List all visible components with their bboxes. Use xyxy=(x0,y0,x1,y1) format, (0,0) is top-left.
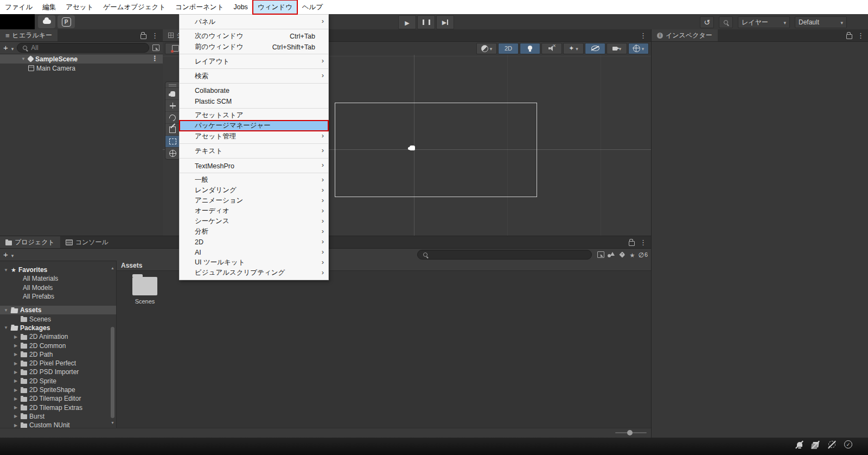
hierarchy-row[interactable]: Main Camera xyxy=(0,64,163,73)
scrollbar-thumb[interactable] xyxy=(111,327,114,418)
menu-item[interactable]: パネル xyxy=(180,16,328,29)
menu-item[interactable]: 分析 xyxy=(180,226,328,237)
expand-arrow-icon[interactable] xyxy=(3,308,9,313)
scene-lighting-button[interactable] xyxy=(520,43,540,54)
expand-arrow-icon[interactable] xyxy=(13,361,18,366)
menu-bar-item[interactable]: ファイル xyxy=(0,0,37,14)
undo-history-button[interactable] xyxy=(700,16,714,28)
expand-arrow-icon[interactable] xyxy=(13,414,18,419)
tree-row[interactable]: All Prefabs xyxy=(0,292,116,301)
chevron-down-icon[interactable] xyxy=(11,43,14,53)
menu-bar-item[interactable]: ウィンドウ xyxy=(253,0,297,14)
project-search-input[interactable] xyxy=(417,250,592,260)
expand-arrow-icon[interactable] xyxy=(13,405,18,410)
expand-arrow-icon[interactable] xyxy=(13,352,18,357)
chevron-down-icon[interactable] xyxy=(11,250,14,260)
check-circle-icon[interactable] xyxy=(844,440,853,449)
menu-item[interactable]: UI ツールキット xyxy=(180,257,328,268)
hand-tool-button[interactable] xyxy=(165,87,180,99)
scale-tool-button[interactable] xyxy=(165,123,180,135)
lock-icon[interactable] xyxy=(846,34,852,39)
menu-bar-item[interactable]: コンポーネント xyxy=(170,0,228,14)
asset-tile[interactable]: Scenes xyxy=(128,277,162,305)
expand-arrow-icon[interactable] xyxy=(13,423,18,428)
effects-button[interactable] xyxy=(563,43,584,54)
expand-arrow-icon[interactable] xyxy=(13,388,18,393)
layers-slash-icon[interactable] xyxy=(811,440,820,449)
tree-row[interactable]: Packages xyxy=(0,324,116,332)
search-by-label-icon[interactable] xyxy=(619,251,625,257)
transform-tool-button[interactable] xyxy=(165,147,180,159)
tree-row[interactable]: 2D Pixel Perfect xyxy=(0,359,116,368)
camera-settings-button[interactable] xyxy=(607,43,627,54)
menu-item[interactable]: アセット管理 xyxy=(180,131,328,144)
hidden-objects-button[interactable] xyxy=(585,43,605,54)
tree-row[interactable]: 2D PSD Importer xyxy=(0,368,116,376)
menu-item[interactable]: パッケージマネージャー xyxy=(180,121,328,131)
kebab-menu-icon[interactable] xyxy=(640,30,647,40)
tree-row[interactable]: All Models xyxy=(0,283,116,292)
tree-row[interactable]: Scenes xyxy=(0,314,116,323)
expand-arrow-icon[interactable] xyxy=(13,334,18,339)
scene-audio-button[interactable] xyxy=(541,43,562,54)
menu-bar-item[interactable]: ゲームオブジェクト xyxy=(98,0,170,14)
expand-arrow-icon[interactable] xyxy=(3,325,9,330)
project-files-area[interactable]: Assets Scenes xyxy=(117,261,651,428)
tree-row[interactable]: Custom NUnit xyxy=(0,421,116,428)
menu-item[interactable]: 検索 xyxy=(180,71,328,84)
menu-item[interactable]: 前のウィンドウ Ctrl+Shift+Tab xyxy=(180,41,328,54)
search-button[interactable] xyxy=(719,16,733,28)
rect-tool-button[interactable] xyxy=(165,135,180,147)
layout-dropdown[interactable]: Default xyxy=(795,16,847,28)
lock-icon[interactable] xyxy=(141,34,146,39)
menu-item[interactable]: 次のウィンドウ Ctrl+Tab xyxy=(180,31,328,41)
menu-item[interactable]: Collaborate xyxy=(180,85,328,96)
menu-item[interactable]: アセットストア xyxy=(180,110,328,121)
kebab-menu-icon[interactable] xyxy=(151,55,158,62)
tree-scrollbar[interactable] xyxy=(110,266,115,425)
menu-item[interactable]: オーディオ xyxy=(180,206,328,216)
2d-mode-button[interactable]: 2D xyxy=(498,43,519,54)
menu-item[interactable]: レイアウト xyxy=(180,56,328,69)
expand-arrow-icon[interactable] xyxy=(3,268,9,273)
rotate-tool-button[interactable] xyxy=(165,111,180,123)
tree-row[interactable]: Favorites xyxy=(0,266,116,274)
menu-item[interactable]: レンダリング xyxy=(180,185,328,195)
slider-knob[interactable] xyxy=(627,430,633,435)
create-button[interactable] xyxy=(3,43,8,53)
tree-row[interactable]: 2D Common xyxy=(0,341,116,350)
hierarchy-row[interactable]: SampleScene xyxy=(0,54,163,64)
cloud-services-button[interactable] xyxy=(38,15,55,28)
menu-item[interactable]: TextMeshPro xyxy=(180,160,328,173)
menu-item[interactable]: Plastic SCM xyxy=(180,96,328,109)
layers-dropdown[interactable]: レイヤー xyxy=(738,16,790,28)
pick-object-icon[interactable] xyxy=(597,251,604,258)
menu-item[interactable]: 一般 xyxy=(180,175,328,185)
kebab-menu-icon[interactable] xyxy=(857,30,864,40)
menu-item[interactable]: シーケンス xyxy=(180,216,328,226)
menu-bar-item[interactable]: 編集 xyxy=(37,0,61,14)
pause-button[interactable] xyxy=(417,15,435,29)
tree-row[interactable]: 2D Tilemap Editor xyxy=(0,394,116,403)
tree-row[interactable]: 2D Sprite xyxy=(0,377,116,386)
project-tab[interactable]: プロジェクト xyxy=(0,236,60,248)
hidden-count-toggle[interactable]: 6 xyxy=(638,250,648,260)
step-button[interactable] xyxy=(436,15,454,29)
tree-row[interactable]: Burst xyxy=(0,412,116,421)
create-button[interactable] xyxy=(3,250,8,260)
tree-row[interactable]: 2D Path xyxy=(0,350,116,359)
expand-arrow-icon[interactable] xyxy=(21,56,26,61)
tree-row[interactable]: 2D SpriteShape xyxy=(0,386,116,394)
menu-bar-item[interactable]: アセット xyxy=(61,0,98,14)
expand-arrow-icon[interactable] xyxy=(13,343,18,348)
bell-slash-icon[interactable] xyxy=(795,440,804,449)
pick-object-icon[interactable] xyxy=(152,45,159,51)
menu-item[interactable]: ビジュアルスクリプティング xyxy=(180,268,328,278)
tree-row[interactable]: Assets xyxy=(0,306,116,314)
search-by-type-icon[interactable] xyxy=(608,252,615,258)
tree-row[interactable]: 2D Tilemap Extras xyxy=(0,403,116,412)
expand-arrow-icon[interactable] xyxy=(13,396,18,401)
move-tool-button[interactable] xyxy=(165,99,180,111)
tab-inspector[interactable]: インスペクター xyxy=(652,29,718,41)
scroll-down-icon[interactable] xyxy=(111,421,114,425)
